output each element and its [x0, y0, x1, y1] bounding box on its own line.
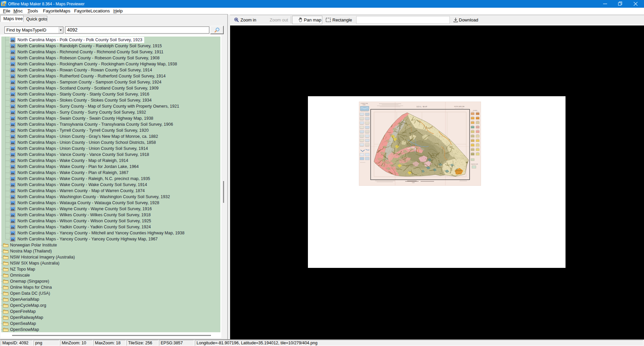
- svg-text:SOIL MAP: SOIL MAP: [417, 106, 428, 108]
- svg-text:LEGEND: LEGEND: [473, 110, 478, 111]
- svg-text:SIGNS: SIGNS: [363, 104, 366, 106]
- svg-text:SCALE: SCALE: [412, 182, 415, 183]
- svg-text:PLACEHOLDER: PLACEHOLDER: [471, 164, 478, 165]
- svg-text:NORTH CAROLINA: NORTH CAROLINA: [454, 106, 465, 107]
- svg-text:SOIL SURVEY: SOIL SURVEY: [360, 162, 366, 163]
- svg-text:POLK COUNTY SHEET: POLK COUNTY SHEET: [455, 108, 464, 109]
